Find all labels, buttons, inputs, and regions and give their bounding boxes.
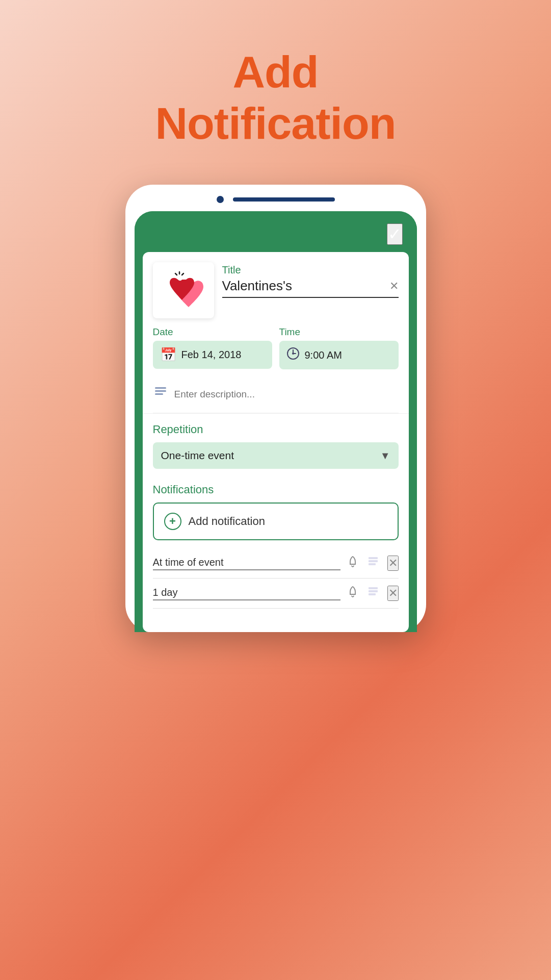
- description-icon: [153, 385, 168, 404]
- clock-icon: [286, 347, 300, 363]
- svg-rect-11: [369, 557, 378, 559]
- date-value: Feb 14, 2018: [181, 349, 242, 361]
- time-value: 9:00 AM: [305, 349, 342, 361]
- date-picker-button[interactable]: 📅 Feb 14, 2018: [153, 341, 272, 369]
- date-field: Date 📅 Feb 14, 2018: [153, 326, 272, 369]
- event-card: Title ✕ Date 📅 Feb 14, 2018: [143, 252, 409, 413]
- checkmark-button[interactable]: ✓: [387, 223, 403, 245]
- phone-outer: ✓: [125, 185, 426, 632]
- event-emoji-icon: [153, 262, 214, 318]
- bottom-spacer: [143, 617, 409, 632]
- event-top-row: Title ✕: [153, 262, 399, 318]
- add-notification-button[interactable]: + Add notification: [153, 502, 399, 540]
- phone-screen: ✓: [135, 211, 417, 632]
- title-line2: Notification: [155, 97, 396, 149]
- notification-actions-1: ✕: [347, 556, 399, 571]
- repetition-value: One-time event: [161, 449, 234, 462]
- repetition-section: Repetition One-time event ▼: [143, 413, 409, 478]
- notification-bell-icon-1[interactable]: [347, 556, 359, 571]
- svg-rect-9: [155, 393, 163, 395]
- title-input-row: ✕: [222, 278, 399, 298]
- date-label: Date: [153, 326, 272, 338]
- title-clear-button[interactable]: ✕: [389, 280, 399, 293]
- title-input[interactable]: [222, 278, 389, 294]
- date-time-row: Date 📅 Feb 14, 2018 Time: [153, 326, 399, 369]
- notification-edit-icon-1[interactable]: [367, 556, 379, 571]
- notification-label-2: 1 day: [153, 587, 340, 600]
- svg-rect-8: [155, 390, 166, 392]
- time-label: Time: [279, 326, 399, 338]
- svg-rect-17: [369, 593, 376, 595]
- notifications-label: Notifications: [153, 483, 399, 496]
- svg-rect-16: [369, 590, 378, 592]
- phone-status-bar: [233, 197, 335, 202]
- chevron-down-icon: ▼: [380, 450, 390, 462]
- description-row: [153, 378, 399, 413]
- repetition-label: Repetition: [153, 423, 399, 436]
- time-field: Time 9:00 AM: [279, 326, 399, 369]
- title-field-label: Title: [222, 264, 399, 276]
- description-input[interactable]: [174, 389, 399, 400]
- calendar-icon: 📅: [160, 347, 176, 363]
- add-notification-label: Add notification: [189, 515, 265, 528]
- page-title: Add Notification: [155, 46, 396, 149]
- svg-rect-13: [369, 563, 376, 565]
- notification-bell-icon-2[interactable]: [347, 586, 359, 601]
- notification-row-1: At time of event: [153, 548, 399, 579]
- notification-row-2: 1 day: [153, 579, 399, 609]
- notification-actions-2: ✕: [347, 586, 399, 601]
- phone-dot: [217, 196, 224, 203]
- title-line1: Add: [155, 46, 396, 97]
- svg-line-2: [182, 273, 183, 275]
- repetition-select-button[interactable]: One-time event ▼: [153, 442, 399, 469]
- notification-edit-icon-2[interactable]: [367, 586, 379, 601]
- svg-rect-7: [155, 387, 166, 389]
- plus-circle-icon: +: [164, 513, 181, 530]
- notification-label-1: At time of event: [153, 557, 340, 570]
- svg-rect-15: [369, 587, 378, 589]
- phone-top-bar: [135, 194, 417, 205]
- notification-close-button-1[interactable]: ✕: [387, 556, 399, 571]
- svg-line-1: [175, 273, 177, 275]
- event-title-area: Title ✕: [222, 262, 399, 298]
- svg-rect-12: [369, 560, 378, 562]
- app-header: ✓: [135, 211, 417, 252]
- notification-close-button-2[interactable]: ✕: [387, 586, 399, 601]
- time-picker-button[interactable]: 9:00 AM: [279, 341, 399, 369]
- notifications-section: Notifications + Add notification At time…: [143, 478, 409, 617]
